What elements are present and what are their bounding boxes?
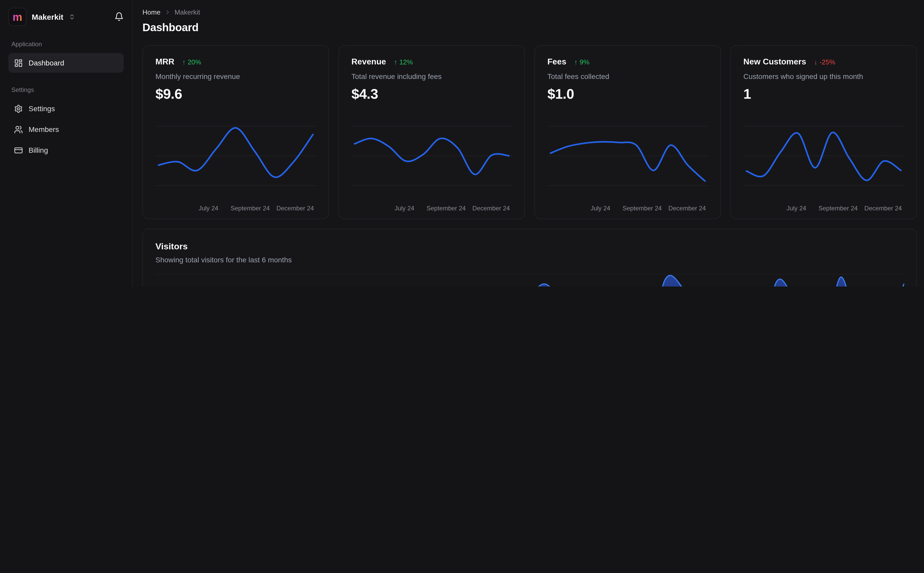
axis-tick: September 24 xyxy=(231,205,270,212)
trend-up-icon: ↑ xyxy=(394,58,397,66)
section-label: Application xyxy=(11,41,121,48)
breadcrumb-current: Makerkit xyxy=(174,8,200,16)
gear-icon xyxy=(14,104,23,113)
stat-value: 1 xyxy=(744,86,904,102)
x-axis-labels: July 24 September 24 December 24 xyxy=(155,205,316,213)
revenue-sparkline-chart xyxy=(351,120,512,198)
new-customers-sparkline-chart xyxy=(744,120,904,198)
x-axis-labels: July 24 September 24 December 24 xyxy=(351,205,512,213)
stat-title: New Customers xyxy=(744,57,806,66)
chevrons-up-down-icon xyxy=(69,13,75,20)
sidebar-item-label: Dashboard xyxy=(28,59,64,67)
main-content: Home Makerkit Dashboard MRR ↑20% Monthly… xyxy=(133,0,924,286)
page-title: Dashboard xyxy=(143,21,917,34)
chevron-right-icon xyxy=(164,9,171,15)
x-axis-labels: July 24 September 24 December 24 xyxy=(547,205,708,213)
sidebar-item-dashboard[interactable]: Dashboard xyxy=(8,53,124,73)
stat-card-new-customers: New Customers ↓-25% Customers who signed… xyxy=(730,45,917,219)
fees-sparkline-chart xyxy=(547,120,708,198)
stat-description: Total fees collected xyxy=(547,72,708,80)
breadcrumb: Home Makerkit xyxy=(143,7,917,17)
dashboard-icon xyxy=(14,58,23,67)
users-icon xyxy=(14,125,23,134)
axis-tick: July 24 xyxy=(590,205,610,212)
axis-tick: July 24 xyxy=(786,205,806,212)
trend-badge: ↑9% xyxy=(574,58,590,66)
sidebar-item-members[interactable]: Members xyxy=(8,119,124,139)
axis-tick: December 24 xyxy=(864,205,902,212)
makerkit-logo: m xyxy=(8,8,27,26)
stat-title: Revenue xyxy=(351,57,386,66)
visitors-title: Visitors xyxy=(155,241,904,252)
credit-card-icon xyxy=(14,146,23,155)
visitors-subtitle: Showing total visitors for the last 6 mo… xyxy=(155,255,904,264)
sidebar-item-label: Billing xyxy=(28,146,48,154)
stat-description: Total revenue including fees xyxy=(351,72,512,80)
stat-value: $4.3 xyxy=(351,86,512,102)
stat-card-revenue: Revenue ↑12% Total revenue including fee… xyxy=(339,45,525,219)
axis-tick: December 24 xyxy=(472,205,510,212)
axis-tick: July 24 xyxy=(199,205,218,212)
stat-value: $1.0 xyxy=(547,86,708,102)
axis-tick: December 24 xyxy=(668,205,706,212)
axis-tick: July 24 xyxy=(395,205,414,212)
sidebar-item-label: Members xyxy=(28,125,59,133)
trend-up-icon: ↑ xyxy=(182,58,185,66)
stat-description: Monthly recurring revenue xyxy=(155,72,316,80)
trend-badge: ↑20% xyxy=(182,58,201,66)
visitors-card: Visitors Showing total visitors for the … xyxy=(143,229,917,286)
axis-tick: September 24 xyxy=(623,205,662,212)
stat-card-fees: Fees ↑9% Total fees collected $1.0 July … xyxy=(534,45,721,219)
stat-value: $9.6 xyxy=(155,86,316,102)
workspace-name: Makerkit xyxy=(32,12,63,21)
visitors-area-chart xyxy=(155,272,904,286)
trend-down-icon: ↓ xyxy=(814,58,817,66)
nav-section-settings: Settings Settings Members Billing xyxy=(8,86,124,160)
stat-description: Customers who signed up this month xyxy=(744,72,904,80)
trend-badge: ↑12% xyxy=(394,58,413,66)
notifications-bell-icon[interactable] xyxy=(115,12,124,21)
axis-tick: September 24 xyxy=(427,205,466,212)
sidebar-item-settings[interactable]: Settings xyxy=(8,99,124,119)
sidebar: m Makerkit Application Dashboard Setting… xyxy=(0,0,133,286)
stat-card-mrr: MRR ↑20% Monthly recurring revenue $9.6 … xyxy=(143,45,329,219)
axis-tick: September 24 xyxy=(819,205,858,212)
stat-cards-row: MRR ↑20% Monthly recurring revenue $9.6 … xyxy=(143,45,917,219)
trend-badge: ↓-25% xyxy=(814,58,835,66)
x-axis-labels: July 24 September 24 December 24 xyxy=(744,205,904,213)
stat-title: MRR xyxy=(155,57,174,66)
breadcrumb-home-link[interactable]: Home xyxy=(143,8,160,16)
stat-title: Fees xyxy=(547,57,566,66)
app-window: m Makerkit Application Dashboard Setting… xyxy=(0,0,924,286)
workspace-selector[interactable]: m Makerkit xyxy=(8,6,124,27)
section-label: Settings xyxy=(11,86,121,94)
sidebar-item-billing[interactable]: Billing xyxy=(8,140,124,160)
sidebar-item-label: Settings xyxy=(28,105,55,113)
nav-section-application: Application Dashboard xyxy=(8,41,124,73)
mrr-sparkline-chart xyxy=(155,120,316,198)
axis-tick: December 24 xyxy=(276,205,314,212)
logo-letter: m xyxy=(13,11,22,22)
trend-up-icon: ↑ xyxy=(574,58,577,66)
